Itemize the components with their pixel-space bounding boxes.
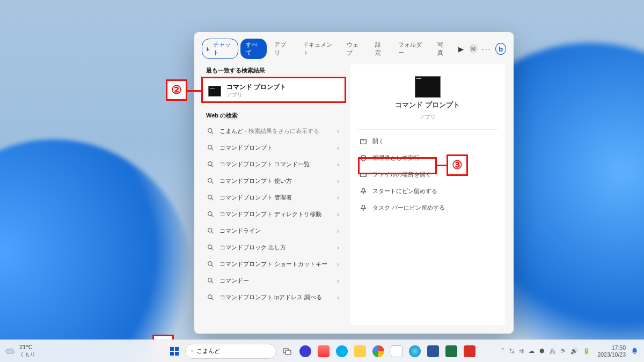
app-icon xyxy=(299,345,311,357)
taskbar-app[interactable] xyxy=(444,344,459,359)
pin-icon xyxy=(360,204,367,212)
web-result[interactable]: コマンドプロンプト ipアドレス 調べる› xyxy=(203,289,343,306)
action-label: 開く xyxy=(372,137,384,145)
tray-onedrive-icon[interactable]: ☁ xyxy=(529,348,535,354)
action-label: 管理者として実行 xyxy=(372,154,420,162)
chevron-right-icon: › xyxy=(337,261,339,268)
svg-point-4 xyxy=(208,162,212,166)
search-icon xyxy=(207,277,214,284)
web-result[interactable]: コマンドライン› xyxy=(203,223,343,239)
action-open[interactable]: 開く xyxy=(357,134,497,149)
preview-subtitle: アプリ xyxy=(420,113,436,121)
taskbar-search[interactable] xyxy=(185,344,276,359)
taskbar-app[interactable] xyxy=(334,344,349,359)
web-result-term: コマンドプロンプト 管理者 xyxy=(219,194,292,202)
clock-date: 2023/10/23 xyxy=(597,351,626,358)
web-result[interactable]: コマンドー› xyxy=(203,272,343,289)
svg-rect-28 xyxy=(175,352,179,356)
web-result[interactable]: コマンドプロンプト› xyxy=(203,139,343,156)
action-pin-start[interactable]: スタートにピン留めする xyxy=(357,184,497,198)
tab-folders[interactable]: フォルダー xyxy=(393,39,429,59)
command-prompt-icon xyxy=(208,86,221,97)
tab-documents[interactable]: ドキュメント xyxy=(297,39,339,59)
app-icon xyxy=(409,345,421,357)
svg-line-1 xyxy=(211,132,213,134)
svg-point-29 xyxy=(192,350,193,351)
search-icon xyxy=(191,348,193,354)
taskbar-app[interactable] xyxy=(316,344,331,359)
tray-battery-icon[interactable]: 🔋 xyxy=(583,348,590,354)
taskbar-app[interactable] xyxy=(407,344,422,359)
tabs-overflow[interactable]: ··· xyxy=(480,45,494,53)
taskbar-app[interactable] xyxy=(389,344,404,359)
taskbar-app[interactable] xyxy=(298,344,313,359)
tray-icon[interactable]: ⇆ xyxy=(509,348,514,354)
web-result-term: コマンドー xyxy=(219,277,249,285)
tab-apps[interactable]: アプリ xyxy=(269,39,295,59)
taskbar-app[interactable] xyxy=(353,344,368,359)
preview-title: コマンド プロンプト xyxy=(395,101,459,110)
tab-chat[interactable]: チャット xyxy=(202,39,238,59)
best-match-subtitle: アプリ xyxy=(226,91,286,99)
chevron-right-icon: › xyxy=(337,277,339,285)
notification-bell-icon[interactable] xyxy=(631,347,639,355)
web-result[interactable]: コマンドプロンプト 使い方› xyxy=(203,173,343,189)
tray-icon[interactable]: ⇉ xyxy=(519,348,524,354)
tab-all[interactable]: すべて xyxy=(240,39,267,59)
action-label: タスク バーにピン留めする xyxy=(372,204,445,212)
annotation-badge-2: ② xyxy=(166,79,187,101)
taskbar-app[interactable] xyxy=(371,344,386,359)
taskbar: 21°C くもり ˄ ⇆ ⇉ ☁ ⬢ あ ⚞ 🔊 🔋 17: xyxy=(0,339,644,362)
web-result[interactable]: こまんど - 検索結果をさらに表示する› xyxy=(203,123,343,139)
excel-icon xyxy=(445,345,457,357)
action-open-location[interactable]: ファイルの場所を開く xyxy=(357,167,497,182)
task-view-button[interactable] xyxy=(280,344,295,359)
search-icon xyxy=(207,294,214,301)
ime-indicator[interactable]: あ xyxy=(550,347,555,355)
taskbar-clock[interactable]: 17:50 2023/10/23 xyxy=(597,344,626,357)
taskbar-search-input[interactable] xyxy=(196,348,270,354)
search-icon xyxy=(207,211,214,218)
web-result[interactable]: コマンドプロンプト 管理者› xyxy=(203,189,343,206)
chrome-icon xyxy=(372,345,384,357)
web-result-term: コマンドプロンプト 使い方 xyxy=(219,177,292,185)
tab-web[interactable]: ウェブ xyxy=(341,39,368,59)
tab-photos[interactable]: 写真 xyxy=(432,39,453,59)
search-icon xyxy=(207,194,214,201)
action-pin-taskbar[interactable]: タスク バーにピン留めする xyxy=(357,201,497,215)
best-match-result[interactable]: コマンド プロンプト アプリ xyxy=(203,78,343,104)
svg-point-8 xyxy=(208,195,212,199)
action-run-as-admin[interactable]: 管理者として実行 xyxy=(357,151,497,165)
action-label: ファイルの場所を開く xyxy=(372,171,431,179)
tray-volume-icon[interactable]: 🔊 xyxy=(570,348,578,354)
svg-line-5 xyxy=(211,165,213,167)
svg-point-12 xyxy=(208,228,212,232)
web-result[interactable]: コマンドプロンプト ショートカットキー› xyxy=(203,256,343,272)
taskbar-app[interactable] xyxy=(462,344,477,359)
tray-wifi-icon[interactable]: ⚞ xyxy=(560,348,566,354)
taskbar-app[interactable] xyxy=(426,344,441,359)
tray-chevron-up-icon[interactable]: ˄ xyxy=(501,348,504,354)
tab-settings[interactable]: 設定 xyxy=(370,39,391,59)
web-result[interactable]: コマンドプロンプト ディレクトリ移動› xyxy=(203,206,343,223)
web-result[interactable]: コマンドブロック 出し方› xyxy=(203,239,343,256)
svg-line-3 xyxy=(211,149,213,150)
preview-header: コマンド プロンプト アプリ xyxy=(357,73,497,130)
tray-icon[interactable]: ⬢ xyxy=(539,348,545,354)
svg-line-13 xyxy=(211,232,213,233)
web-result[interactable]: コマンドプロンプト コマンド一覧› xyxy=(203,156,343,173)
tabs-more[interactable]: ▶ xyxy=(455,45,467,53)
web-result-term: コマンドプロンプト コマンド一覧 xyxy=(219,160,310,168)
svg-point-20 xyxy=(208,295,212,299)
start-button[interactable] xyxy=(167,344,182,359)
results-column: 最も一致する検索結果 コマンド プロンプト アプリ Web の検索 こまんど -… xyxy=(203,64,343,325)
bing-icon[interactable]: b xyxy=(495,43,506,55)
taskbar-weather[interactable]: 21°C くもり xyxy=(5,344,35,358)
search-icon xyxy=(207,244,214,251)
chevron-right-icon: › xyxy=(337,227,339,235)
system-tray: ˄ ⇆ ⇉ ☁ ⬢ あ ⚞ 🔊 🔋 17:50 2023/10/23 xyxy=(501,344,639,357)
weather-temp: 21°C xyxy=(19,344,35,350)
search-icon xyxy=(207,261,214,268)
account-avatar[interactable]: M xyxy=(469,44,478,54)
svg-rect-25 xyxy=(170,347,174,351)
